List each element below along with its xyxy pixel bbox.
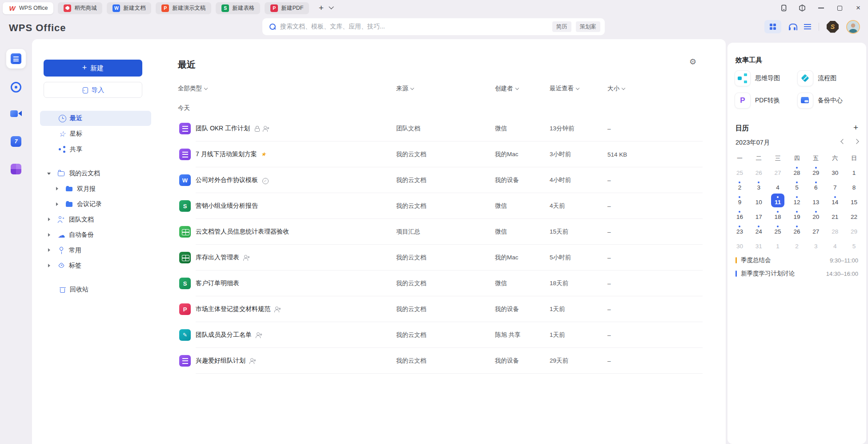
caret-icon[interactable] [47,233,51,237]
calendar-day[interactable]: 4 [768,178,788,193]
file-row[interactable]: S 营销小组业绩分析报告 我的云文档 微信 4天前 – [161,193,726,219]
search-tag[interactable]: 简历 [552,21,571,32]
rail-item-calendar[interactable]: 7 [0,132,32,151]
filter-dropdown[interactable]: 来源 [396,85,414,93]
calendar-day[interactable]: 13 [806,193,825,208]
tool-shortcut[interactable]: 备份中心 [797,93,843,109]
app-tab[interactable]: P 新建PDF [265,2,309,14]
sidebar-item[interactable]: 共享 [40,142,151,157]
calendar-day[interactable]: 20 [806,208,825,222]
rail-item-meeting[interactable] [0,104,32,124]
calendar-day[interactable]: 31 [749,237,768,252]
calendar-day[interactable]: 26 [749,164,768,178]
tool-shortcut[interactable]: 流程图 [797,70,836,86]
mobile-panel-icon[interactable] [780,4,787,12]
rail-item-apps[interactable] [0,159,32,179]
calendar-day[interactable]: 16 [730,208,749,222]
calendar-day[interactable]: 4 [825,237,844,252]
calendar-day[interactable]: 21 [825,208,844,222]
membership-badge[interactable]: S [827,21,839,33]
calendar-day[interactable]: 30 [825,164,844,178]
file-row[interactable]: 兴趣爱好组队计划 我的云文档 我的设备 29天前 – [161,348,726,374]
file-row[interactable]: 云文档管人员信息统计表理器验收 项目汇总 微信 15天前 – [161,219,726,245]
calendar-day[interactable]: 6 [806,178,825,193]
support-headset-icon[interactable] [789,23,796,30]
calendar-day[interactable]: 11 [768,193,788,208]
search-tag[interactable]: 策划案 [576,21,601,32]
tool-shortcut[interactable]: P PDF转换 [735,93,780,109]
calendar-day[interactable]: 23 [730,222,749,237]
workspace-box-icon[interactable] [799,4,806,12]
calendar-day[interactable]: 22 [844,208,864,222]
calendar-day[interactable]: 7 [825,178,844,193]
filter-dropdown[interactable]: 大小 [607,85,625,93]
hamburger-menu-icon[interactable] [804,24,811,29]
calendar-day[interactable]: 17 [749,208,768,222]
calendar-day[interactable]: 2 [788,237,807,252]
calendar-day[interactable]: 29 [844,222,864,237]
caret-icon[interactable] [55,202,59,206]
search-bar[interactable]: 搜索文档、模板、文库、应用、技巧... 简历策划案 [262,18,605,35]
calendar-day[interactable]: 3 [749,178,768,193]
tool-shortcut[interactable]: 思维导图 [735,70,780,86]
calendar-day[interactable]: 15 [844,193,864,208]
calendar-day[interactable]: 29 [806,164,825,178]
import-button[interactable]: 导入 [44,82,142,98]
list-settings-gear-icon[interactable]: ⚙ [689,57,696,67]
sidebar-item-recycle-bin[interactable]: 回收站 [40,282,151,297]
calendar-day[interactable]: 26 [788,222,807,237]
new-document-button[interactable]: +新建 [44,60,142,77]
new-tab-button[interactable]: + [316,3,326,13]
rail-item-documents[interactable] [6,49,26,69]
app-tab[interactable]: P 新建演示文稿 [156,2,211,14]
sidebar-tree-item[interactable]: 常用 [32,243,161,258]
sidebar-tree-item[interactable]: 我的云文档 [32,166,161,182]
calendar-event[interactable]: 季度总结会 9:30–11:00 [735,254,858,267]
previous-month-icon[interactable] [840,139,845,144]
calendar-day[interactable]: 1 [768,237,788,252]
calendar-day[interactable]: 9 [730,193,749,208]
calendar-day[interactable]: 8 [844,178,864,193]
file-row[interactable]: 团队 OKR 工作计划 团队文档 微信 13分钟前 – [161,116,726,141]
sidebar-tree-item[interactable]: 双月报 [32,182,161,197]
calendar-day[interactable]: 24 [749,222,768,237]
file-row[interactable]: 7 月线下活动策划方案 我的云文档 我的Mac 3小时前 514 KB [161,141,726,167]
calendar-day[interactable]: 18 [768,208,788,222]
calendar-day[interactable]: 25 [730,164,749,178]
caret-icon[interactable] [47,172,51,176]
sidebar-item[interactable]: 星标 [40,126,151,141]
calendar-day[interactable]: 25 [768,222,788,237]
file-row[interactable]: ✎ 团队成员及分工名单 我的云文档 陈旭 共享 1天前 – [161,322,726,348]
add-event-button[interactable]: + [853,123,858,133]
calendar-day[interactable]: 10 [749,193,768,208]
calendar-day[interactable]: 2 [730,178,749,193]
filter-dropdown[interactable]: 全部类型 [178,85,207,93]
calendar-day[interactable]: 27 [806,222,825,237]
file-row[interactable]: S 客户订单明细表 我的云文档 微信 18天前 – [161,270,726,296]
app-tab[interactable]: W WPS Office [3,2,53,14]
caret-icon[interactable] [55,187,59,191]
minimize-button[interactable] [817,4,824,12]
sidebar-tree-item[interactable]: 自动备份 [32,227,161,243]
calendar-day[interactable]: 30 [730,237,749,252]
caret-icon[interactable] [47,218,51,222]
calendar-day[interactable]: 27 [768,164,788,178]
tab-list-chevron-icon[interactable] [329,4,334,9]
calendar-day[interactable]: 14 [825,193,844,208]
calendar-day[interactable]: 28 [825,222,844,237]
sidebar-tree-item[interactable]: 会议记录 [32,197,161,212]
filter-dropdown[interactable]: 最近查看 [550,85,579,93]
caret-icon[interactable] [47,248,51,252]
sidebar-item[interactable]: 最近 [40,111,151,126]
caret-icon[interactable] [47,264,51,268]
file-row[interactable]: 库存出入管理表 我的云文档 我的Mac 5小时前 – [161,245,726,270]
user-avatar[interactable] [846,20,860,34]
maximize-button[interactable] [836,4,843,12]
calendar-day[interactable]: 12 [788,193,807,208]
file-row[interactable]: P 市场主体登记提交材料规范 我的云文档 我的设备 1天前 – [161,296,726,322]
app-tab[interactable]: 稻壳商城 [58,2,102,14]
calendar-day[interactable]: 1 [844,164,864,178]
calendar-day[interactable]: 5 [844,237,864,252]
calendar-day[interactable]: 19 [788,208,807,222]
app-tab[interactable]: S 新建表格 [216,2,260,14]
